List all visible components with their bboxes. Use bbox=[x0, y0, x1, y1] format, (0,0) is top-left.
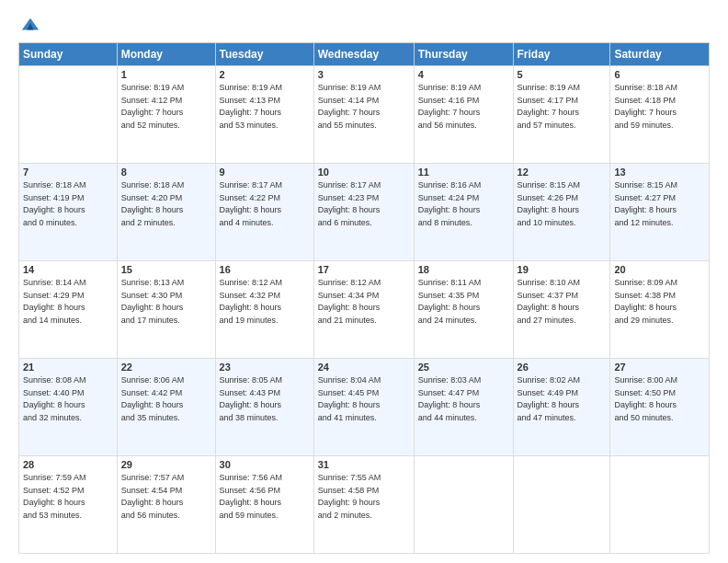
weekday-header-row: SundayMondayTuesdayWednesdayThursdayFrid… bbox=[19, 43, 710, 66]
day-number: 20 bbox=[614, 264, 705, 275]
day-number: 4 bbox=[418, 69, 509, 80]
week-row-5: 28Sunrise: 7:59 AM Sunset: 4:52 PM Dayli… bbox=[19, 456, 710, 554]
calendar-cell: 29Sunrise: 7:57 AM Sunset: 4:54 PM Dayli… bbox=[117, 456, 215, 554]
day-number: 9 bbox=[220, 167, 310, 178]
calendar-cell: 20Sunrise: 8:09 AM Sunset: 4:38 PM Dayli… bbox=[610, 261, 710, 359]
calendar-cell bbox=[19, 66, 118, 164]
day-info: Sunrise: 8:15 AM Sunset: 4:27 PM Dayligh… bbox=[614, 179, 705, 229]
day-info: Sunrise: 8:10 AM Sunset: 4:37 PM Dayligh… bbox=[518, 277, 607, 327]
day-info: Sunrise: 8:16 AM Sunset: 4:24 PM Dayligh… bbox=[418, 179, 509, 229]
day-info: Sunrise: 8:08 AM Sunset: 4:40 PM Dayligh… bbox=[23, 374, 113, 424]
day-info: Sunrise: 8:12 AM Sunset: 4:32 PM Dayligh… bbox=[220, 277, 310, 327]
calendar-cell: 18Sunrise: 8:11 AM Sunset: 4:35 PM Dayli… bbox=[414, 261, 513, 359]
calendar-cell: 9Sunrise: 8:17 AM Sunset: 4:22 PM Daylig… bbox=[215, 164, 313, 261]
weekday-header-wednesday: Wednesday bbox=[313, 43, 414, 66]
calendar-cell: 19Sunrise: 8:10 AM Sunset: 4:37 PM Dayli… bbox=[513, 261, 610, 359]
day-info: Sunrise: 8:19 AM Sunset: 4:12 PM Dayligh… bbox=[121, 82, 211, 132]
calendar-cell: 4Sunrise: 8:19 AM Sunset: 4:16 PM Daylig… bbox=[414, 66, 513, 164]
day-info: Sunrise: 8:19 AM Sunset: 4:13 PM Dayligh… bbox=[220, 82, 310, 132]
calendar-cell: 25Sunrise: 8:03 AM Sunset: 4:47 PM Dayli… bbox=[414, 359, 513, 456]
day-info: Sunrise: 8:17 AM Sunset: 4:22 PM Dayligh… bbox=[220, 179, 310, 229]
calendar-cell: 31Sunrise: 7:55 AM Sunset: 4:58 PM Dayli… bbox=[313, 456, 414, 554]
calendar-cell: 15Sunrise: 8:13 AM Sunset: 4:30 PM Dayli… bbox=[117, 261, 215, 359]
calendar-cell: 7Sunrise: 8:18 AM Sunset: 4:19 PM Daylig… bbox=[19, 164, 118, 261]
day-info: Sunrise: 8:13 AM Sunset: 4:30 PM Dayligh… bbox=[121, 277, 211, 327]
day-number: 14 bbox=[23, 264, 113, 275]
calendar-cell bbox=[414, 456, 513, 554]
calendar-cell: 27Sunrise: 8:00 AM Sunset: 4:50 PM Dayli… bbox=[610, 359, 710, 456]
day-number: 8 bbox=[121, 167, 211, 178]
day-info: Sunrise: 8:19 AM Sunset: 4:14 PM Dayligh… bbox=[318, 82, 410, 132]
day-info: Sunrise: 8:03 AM Sunset: 4:47 PM Dayligh… bbox=[418, 374, 509, 424]
calendar-cell: 30Sunrise: 7:56 AM Sunset: 4:56 PM Dayli… bbox=[215, 456, 313, 554]
calendar-cell: 3Sunrise: 8:19 AM Sunset: 4:14 PM Daylig… bbox=[313, 66, 414, 164]
day-number: 3 bbox=[318, 69, 410, 80]
day-info: Sunrise: 8:12 AM Sunset: 4:34 PM Dayligh… bbox=[318, 277, 410, 327]
calendar-cell: 14Sunrise: 8:14 AM Sunset: 4:29 PM Dayli… bbox=[19, 261, 118, 359]
day-info: Sunrise: 8:14 AM Sunset: 4:29 PM Dayligh… bbox=[23, 277, 113, 327]
calendar-cell: 5Sunrise: 8:19 AM Sunset: 4:17 PM Daylig… bbox=[513, 66, 610, 164]
weekday-header-sunday: Sunday bbox=[19, 43, 118, 66]
weekday-header-monday: Monday bbox=[117, 43, 215, 66]
logo-icon bbox=[20, 15, 40, 35]
calendar-table: SundayMondayTuesdayWednesdayThursdayFrid… bbox=[18, 42, 710, 554]
weekday-header-thursday: Thursday bbox=[414, 43, 513, 66]
day-number: 10 bbox=[318, 167, 410, 178]
day-info: Sunrise: 8:00 AM Sunset: 4:50 PM Dayligh… bbox=[614, 374, 705, 424]
calendar-cell: 8Sunrise: 8:18 AM Sunset: 4:20 PM Daylig… bbox=[117, 164, 215, 261]
calendar-cell: 22Sunrise: 8:06 AM Sunset: 4:42 PM Dayli… bbox=[117, 359, 215, 456]
calendar-cell: 17Sunrise: 8:12 AM Sunset: 4:34 PM Dayli… bbox=[313, 261, 414, 359]
day-info: Sunrise: 8:09 AM Sunset: 4:38 PM Dayligh… bbox=[614, 277, 705, 327]
day-info: Sunrise: 8:19 AM Sunset: 4:16 PM Dayligh… bbox=[418, 82, 509, 132]
calendar-cell: 1Sunrise: 8:19 AM Sunset: 4:12 PM Daylig… bbox=[117, 66, 215, 164]
logo bbox=[18, 15, 40, 35]
calendar-cell: 11Sunrise: 8:16 AM Sunset: 4:24 PM Dayli… bbox=[414, 164, 513, 261]
day-number: 18 bbox=[418, 264, 509, 275]
calendar-cell: 24Sunrise: 8:04 AM Sunset: 4:45 PM Dayli… bbox=[313, 359, 414, 456]
week-row-3: 14Sunrise: 8:14 AM Sunset: 4:29 PM Dayli… bbox=[19, 261, 710, 359]
day-number: 19 bbox=[518, 264, 607, 275]
day-info: Sunrise: 8:19 AM Sunset: 4:17 PM Dayligh… bbox=[518, 82, 607, 132]
day-number: 5 bbox=[518, 69, 607, 80]
day-info: Sunrise: 8:02 AM Sunset: 4:49 PM Dayligh… bbox=[518, 374, 607, 424]
day-number: 30 bbox=[220, 459, 310, 470]
day-number: 6 bbox=[614, 69, 705, 80]
header bbox=[18, 15, 710, 35]
weekday-header-saturday: Saturday bbox=[610, 43, 710, 66]
day-info: Sunrise: 8:04 AM Sunset: 4:45 PM Dayligh… bbox=[318, 374, 410, 424]
calendar-cell bbox=[513, 456, 610, 554]
day-info: Sunrise: 8:06 AM Sunset: 4:42 PM Dayligh… bbox=[121, 374, 211, 424]
calendar-cell: 23Sunrise: 8:05 AM Sunset: 4:43 PM Dayli… bbox=[215, 359, 313, 456]
day-number: 11 bbox=[418, 167, 509, 178]
week-row-2: 7Sunrise: 8:18 AM Sunset: 4:19 PM Daylig… bbox=[19, 164, 710, 261]
day-number: 29 bbox=[121, 459, 211, 470]
day-info: Sunrise: 8:17 AM Sunset: 4:23 PM Dayligh… bbox=[318, 179, 410, 229]
weekday-header-tuesday: Tuesday bbox=[215, 43, 313, 66]
day-info: Sunrise: 7:57 AM Sunset: 4:54 PM Dayligh… bbox=[121, 472, 211, 522]
day-number: 17 bbox=[318, 264, 410, 275]
day-number: 12 bbox=[518, 167, 607, 178]
calendar-cell: 13Sunrise: 8:15 AM Sunset: 4:27 PM Dayli… bbox=[610, 164, 710, 261]
week-row-1: 1Sunrise: 8:19 AM Sunset: 4:12 PM Daylig… bbox=[19, 66, 710, 164]
day-number: 2 bbox=[220, 69, 310, 80]
day-number: 15 bbox=[121, 264, 211, 275]
day-number: 1 bbox=[121, 69, 211, 80]
day-info: Sunrise: 7:55 AM Sunset: 4:58 PM Dayligh… bbox=[318, 472, 410, 522]
calendar-cell: 16Sunrise: 8:12 AM Sunset: 4:32 PM Dayli… bbox=[215, 261, 313, 359]
calendar-cell: 26Sunrise: 8:02 AM Sunset: 4:49 PM Dayli… bbox=[513, 359, 610, 456]
calendar-cell: 6Sunrise: 8:18 AM Sunset: 4:18 PM Daylig… bbox=[610, 66, 710, 164]
day-number: 7 bbox=[23, 167, 113, 178]
day-number: 21 bbox=[23, 362, 113, 373]
day-number: 13 bbox=[614, 167, 705, 178]
day-info: Sunrise: 8:15 AM Sunset: 4:26 PM Dayligh… bbox=[518, 179, 607, 229]
day-number: 28 bbox=[23, 459, 113, 470]
week-row-4: 21Sunrise: 8:08 AM Sunset: 4:40 PM Dayli… bbox=[19, 359, 710, 456]
calendar-cell bbox=[610, 456, 710, 554]
day-info: Sunrise: 8:18 AM Sunset: 4:19 PM Dayligh… bbox=[23, 179, 113, 229]
day-number: 31 bbox=[318, 459, 410, 470]
calendar-cell: 2Sunrise: 8:19 AM Sunset: 4:13 PM Daylig… bbox=[215, 66, 313, 164]
day-info: Sunrise: 7:59 AM Sunset: 4:52 PM Dayligh… bbox=[23, 472, 113, 522]
day-info: Sunrise: 8:11 AM Sunset: 4:35 PM Dayligh… bbox=[418, 277, 509, 327]
day-number: 26 bbox=[518, 362, 607, 373]
day-info: Sunrise: 8:18 AM Sunset: 4:18 PM Dayligh… bbox=[614, 82, 705, 132]
